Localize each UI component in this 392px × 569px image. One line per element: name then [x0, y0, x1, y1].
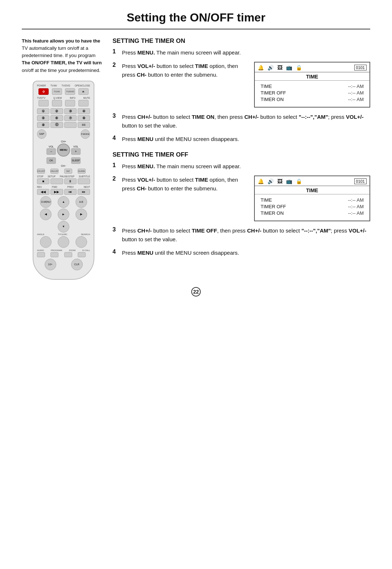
num6-button[interactable]: ⑥ [50, 115, 63, 121]
tvdvd-button[interactable]: TV/DVD [65, 88, 75, 95]
channel-number-2: 0101 [354, 178, 367, 184]
step-off-2-left: 2 Press VOL+/- button to select TIME opt… [113, 175, 247, 198]
timer-off-step1: 1 Press MENU. The main menu screen will … [113, 162, 370, 170]
pmode-button[interactable]: P.MODE [81, 129, 90, 139]
num0-button[interactable]: ⓪ [50, 122, 63, 128]
page-number: 22 [191, 287, 201, 296]
step-off-3-text: Press CH+/- button to select TIME OFF, t… [122, 226, 370, 243]
icon-lock-2: 🔒 [296, 178, 302, 184]
num8-button[interactable]: ⑧ [78, 115, 90, 121]
setup-button[interactable] [50, 178, 63, 184]
subtitle-button[interactable] [78, 178, 90, 184]
menu-button[interactable]: MENU [57, 144, 70, 157]
step-off-num-3: 3 [113, 226, 119, 233]
vol-minus-button[interactable]: − [46, 148, 56, 155]
num5-button[interactable]: ⑤ [37, 115, 49, 121]
ab-button[interactable]: A-B [75, 196, 87, 208]
nav-down-button[interactable]: ▼ [58, 221, 69, 233]
num4-button[interactable]: ④ [78, 108, 90, 114]
chlist-button[interactable]: CH.LIST [37, 169, 45, 174]
menu-box-2-rows: TIME --:-- AM TIMER OFF --:-- AM TIMER O… [255, 194, 369, 221]
icon-sound: 🔊 [268, 65, 274, 70]
menu-box-1-rows: TIME --:-- AM TIMER OFF --:-- AM TIMER O… [255, 81, 369, 107]
vol-plus-button[interactable]: + [71, 148, 81, 155]
stop-label: STOP [37, 175, 44, 178]
tvdtv-label: TV/DTV [37, 97, 45, 99]
qview-button[interactable] [52, 100, 62, 106]
dmenu-button[interactable]: D.MENU [40, 196, 52, 208]
tvav-label: TV/AV [50, 84, 57, 87]
fwd-button[interactable]: ▶▶ [50, 189, 63, 195]
prev-label: PREV [67, 186, 74, 188]
nav-right-button[interactable]: ▶ [75, 209, 87, 220]
tvdtv-button[interactable] [38, 100, 49, 106]
timer-on-step2-row: 2 Press VOL+/- button to select TIME opt… [113, 62, 370, 108]
num9-button[interactable]: ⑨ [37, 122, 49, 128]
step1-text: Press MENU. The main menu screen will ap… [122, 48, 241, 57]
pausestep-label: PAUSE/STEP [60, 175, 74, 178]
step-off-1-text: Press MENU. The main menu screen will ap… [122, 162, 241, 170]
next-button[interactable]: ⏭ [78, 189, 90, 195]
menu-box-2-icons: 🔔 🔊 🖼 📺 🔒 0101 [255, 176, 369, 186]
subtitle-label: SUBTITLE [79, 175, 90, 178]
tenplus-button[interactable]: 10+ [45, 259, 56, 270]
num1-button[interactable]: ① [37, 108, 49, 114]
num3-button[interactable]: ③ [64, 108, 77, 114]
cc-button[interactable]: CC [78, 122, 90, 128]
openclose-button[interactable]: ⏏ [78, 88, 89, 95]
step-off-num-2: 2 [113, 175, 119, 182]
menu-box-2-container: 🔔 🔊 🖼 📺 🔒 0101 TIME [254, 175, 370, 221]
sap-button[interactable]: SAP [37, 129, 46, 139]
angle-button[interactable] [40, 236, 52, 248]
playent-button[interactable]: ▶ [58, 209, 69, 220]
step2-left: 2 Press VOL+/- button to select TIME opt… [113, 62, 247, 84]
intro-line3: predetermined time. If you program [22, 53, 95, 58]
clr-button[interactable]: CLR [71, 259, 83, 270]
zoom-button[interactable] [64, 252, 72, 257]
info-button[interactable] [65, 100, 75, 106]
menu-box-1-container: 🔔 🔊 🖼 📺 🔒 0101 TIME [254, 62, 370, 108]
dcall-label: D.CALL [82, 249, 90, 251]
program-button[interactable] [50, 252, 58, 257]
guide-button[interactable]: GUIDE [78, 169, 86, 174]
step-off-num-4: 4 [113, 249, 119, 255]
page-title: Setting the ON/OFF timer [22, 11, 370, 29]
menu-box-2-title: TIME [255, 186, 369, 194]
menu-row-time-1: TIME --:-- AM [261, 84, 364, 89]
channel-number-1: 0101 [354, 65, 367, 70]
power-button[interactable]: ⏻ [38, 88, 49, 95]
page-number-container: 22 [22, 287, 370, 296]
num2-button[interactable]: ② [50, 108, 63, 114]
search-button[interactable] [75, 236, 87, 248]
step4-text: Press MENU until the MENU screen disappe… [122, 135, 239, 143]
openclose-label: OPEN/CLOSE [75, 84, 90, 87]
audio-label: AUDIO [37, 249, 44, 251]
menu-box-1-title: TIME [255, 72, 369, 81]
tvav-button[interactable]: TV/AV [52, 88, 62, 95]
menu-row-time-2: TIME --:-- AM [261, 197, 364, 203]
icon-sound-2: 🔊 [268, 178, 274, 184]
audio-button[interactable] [37, 252, 45, 257]
menu-box-1-icons: 🔔 🔊 🖼 📺 🔒 0101 [255, 62, 369, 72]
ok-button[interactable]: OK [46, 157, 56, 164]
nav-left-button[interactable]: ◀ [40, 209, 52, 220]
timer-on-step1: 1 Press MENU. The main menu screen will … [113, 48, 370, 57]
pause-button[interactable]: ⏸ [64, 178, 77, 184]
titlebc-button[interactable] [58, 236, 69, 248]
icon-clock-2: 📺 [286, 178, 292, 184]
dcall-button[interactable] [78, 252, 86, 257]
timer-on-step3: 3 Press CH+/- button to select TIME ON, … [113, 113, 370, 130]
sleep-button[interactable]: SLEEP [71, 157, 81, 164]
nav-up-button[interactable]: ▲ [58, 196, 69, 208]
icon-picture-2: 🖼 [277, 178, 282, 184]
timer-off-title: SETTING THE TIMER OFF [113, 151, 370, 158]
num7-button[interactable]: ⑦ [64, 115, 77, 121]
stop-button[interactable]: ■ [37, 178, 49, 184]
rev-button[interactable]: ◀◀ [37, 189, 49, 195]
mute-button[interactable] [78, 100, 89, 106]
favlist-button[interactable]: FAV.LIST [50, 169, 58, 174]
prev-button[interactable]: ⏮ [64, 189, 77, 195]
siz-button[interactable]: SIZ [64, 169, 72, 174]
timer-off-step4: 4 Press MENU until the MENU screen disap… [113, 249, 370, 257]
icon-lock: 🔒 [296, 65, 302, 70]
